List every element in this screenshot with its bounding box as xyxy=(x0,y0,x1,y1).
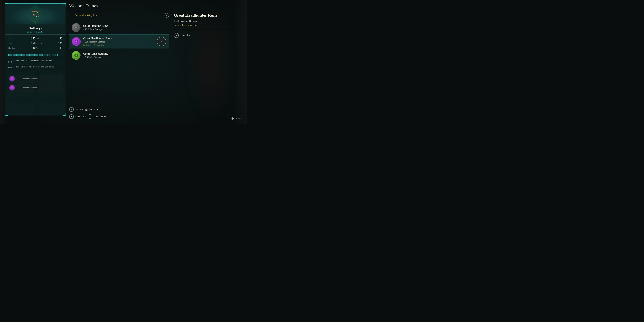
svg-point-8 xyxy=(76,41,77,42)
ability-1: Stealth Headshot Kill automatically spaw… xyxy=(8,60,63,64)
detail-title: Great Headhunter Rune xyxy=(174,13,235,18)
detail-unsocket-control[interactable]: A Unsocket xyxy=(174,33,235,38)
flanking-gem xyxy=(72,23,80,32)
weapon-icon-area: 🏹 xyxy=(5,4,66,24)
svg-point-3 xyxy=(11,78,13,80)
headhunter-gem-icon xyxy=(74,39,79,44)
seg-10 xyxy=(48,54,51,56)
seg-11 xyxy=(52,54,56,56)
upgrade-arrow-icon: ▶ xyxy=(57,53,59,56)
stun-label: Stun xyxy=(8,42,12,44)
sort-control-row: R Sort By Upgrade Level xyxy=(69,107,106,112)
right-detail-panel: Great Headhunter Rune + 2.3 Headshot Dam… xyxy=(174,13,235,38)
rune-bonus-2: + 2.3 Headshot Damage xyxy=(8,84,63,92)
weapon-name-section: Bullseye Divine Predator Bow xyxy=(5,24,66,34)
upgrade-bar: ▶ xyxy=(5,52,66,58)
agility-rune-bonus: + 5.0 Light Damage xyxy=(83,56,166,58)
socket-header: II Socketed in Wing Axe R xyxy=(69,12,169,19)
socket-location: Socketed in Wing Axe xyxy=(75,14,97,17)
socket-dot xyxy=(161,41,162,42)
seg-9 xyxy=(43,54,47,56)
seg-6 xyxy=(30,54,34,56)
sort-control[interactable]: R Sort By Upgrade Level xyxy=(69,107,98,112)
seg-3 xyxy=(17,54,21,56)
unsocket-all-control[interactable]: Y Unsocket All xyxy=(88,114,106,119)
rune-bonus-2-text: + 2.3 Headshot Damage xyxy=(17,86,37,89)
svg-point-6 xyxy=(76,27,77,28)
stat-wgt: Wgt 13 xyxy=(36,46,62,50)
headhunter-rune-info: Great Headhunter Rune + 2.3 Headshot Dam… xyxy=(83,37,157,46)
atk-label: Atk xyxy=(8,37,12,40)
stats-grid: Atk 157 Spd 32 Stun 150 Crit-Pre 139 Hd-… xyxy=(5,34,66,52)
weapon-icon: 🏹 xyxy=(32,11,39,18)
card-corner-bl xyxy=(5,113,8,116)
seg-5 xyxy=(26,54,30,56)
rune-bonus-1: + 2.3 Headshot Damage xyxy=(8,75,63,83)
flanking-rune-name: Great Flanking Rune xyxy=(83,24,166,28)
weapon-diamond: 🏹 xyxy=(25,4,46,24)
bottom-controls: R Sort By Upgrade Level X Unsocket Y Uns… xyxy=(69,107,106,119)
right-decor xyxy=(234,0,247,124)
unsocket-controls-row: X Unsocket Y Unsocket All xyxy=(69,114,106,119)
spd-value: 32 xyxy=(60,37,62,40)
seg-7 xyxy=(34,54,38,56)
detail-bonus: + 2.3 Headshot Damage xyxy=(174,20,235,22)
headhunter-numeral: III xyxy=(72,44,74,47)
sort-button-header[interactable]: R xyxy=(164,13,169,18)
rune-bonus-1-gem xyxy=(9,76,15,82)
stat-stun: Stun 150 xyxy=(8,41,36,45)
unsocket-btn-circle: X xyxy=(69,114,74,119)
headhunter-rune-name: Great Headhunter Rune xyxy=(83,37,157,40)
flanking-rune-info: Great Flanking Rune + 10.0 Back Damage xyxy=(83,24,166,31)
crit-label: Crit-Pre xyxy=(36,42,42,44)
card-corner-br xyxy=(63,113,66,116)
flanking-rune-bonus: + 10.0 Back Damage xyxy=(83,28,166,31)
rune-bonus-2-gem xyxy=(9,85,15,90)
agility-gem-icon xyxy=(74,53,78,58)
sort-btn-label: Sort By Upgrade Level xyxy=(75,108,98,111)
rune-item-headhunter[interactable]: Great Headhunter Rune + 2.3 Headshot Dam… xyxy=(69,34,169,49)
animus-label: Animus xyxy=(236,117,242,120)
weapon-card: 🏹 Bullseye Divine Predator Bow Atk 157 S… xyxy=(5,3,66,116)
ability-1-text: Stealth Headshot Kill automatically spaw… xyxy=(14,60,52,62)
animus-logo: ✚ Animus xyxy=(231,116,242,120)
detail-unsocket-label: Unsocket xyxy=(181,34,190,37)
animus-cross-icon: ✚ xyxy=(231,116,234,120)
stat-spd: Spd 32 xyxy=(36,36,62,40)
center-panel: Weapon Runes II Socketed in Wing Axe R G… xyxy=(69,3,169,119)
crit-value: 139 xyxy=(58,42,62,45)
stat-atk: Atk 157 xyxy=(8,36,36,40)
sort-icon: R xyxy=(166,14,168,16)
wgt-label: Wgt xyxy=(36,47,39,49)
seg-2 xyxy=(13,54,16,56)
rune-item-flanking[interactable]: Great Flanking Rune + 10.0 Back Damage xyxy=(69,21,169,34)
stat-hd: Hd-Shot 120 xyxy=(8,46,36,50)
rune-item-agility[interactable]: Great Rune of Agility + 5.0 Light Damage xyxy=(69,49,169,62)
svg-point-2 xyxy=(10,67,10,68)
weapon-name: Bullseye xyxy=(8,26,62,30)
seg-8 xyxy=(39,54,43,56)
unsocket-control[interactable]: X Unsocket xyxy=(69,114,84,119)
panel-title: Weapon Runes xyxy=(69,3,169,8)
rune-bonus-1-text: + 2.3 Headshot Damage xyxy=(17,78,37,80)
stun-value: 150 xyxy=(31,42,36,45)
hd-label: Hd-Shot xyxy=(8,47,16,49)
svg-point-10 xyxy=(76,55,77,56)
sort-btn-circle: R xyxy=(69,107,74,112)
wgt-value: 13 xyxy=(60,46,62,50)
hd-value: 120 xyxy=(31,46,36,50)
rune-list: Great Flanking Rune + 10.0 Back Damage G… xyxy=(69,21,169,62)
stat-crit: Crit-Pre 139 xyxy=(36,41,62,45)
svg-marker-1 xyxy=(8,66,12,69)
flanking-gem-icon xyxy=(74,25,78,30)
svg-point-0 xyxy=(8,60,12,63)
unsocket-all-btn-circle: Y xyxy=(88,114,92,119)
ability-2-icon xyxy=(8,66,12,70)
agility-rune-info: Great Rune of Agility + 5.0 Light Damage xyxy=(83,52,166,58)
upgrade-segments: ▶ xyxy=(8,53,62,56)
detail-unsocket-btn: A xyxy=(174,33,179,38)
rune-bonuses: + 2.3 Headshot Damage + 2.3 Headshot Dam… xyxy=(5,74,66,94)
abilities-section: Stealth Headshot Kill automatically spaw… xyxy=(5,58,66,74)
spd-label: Spd xyxy=(36,37,39,40)
seg-4 xyxy=(22,54,25,56)
